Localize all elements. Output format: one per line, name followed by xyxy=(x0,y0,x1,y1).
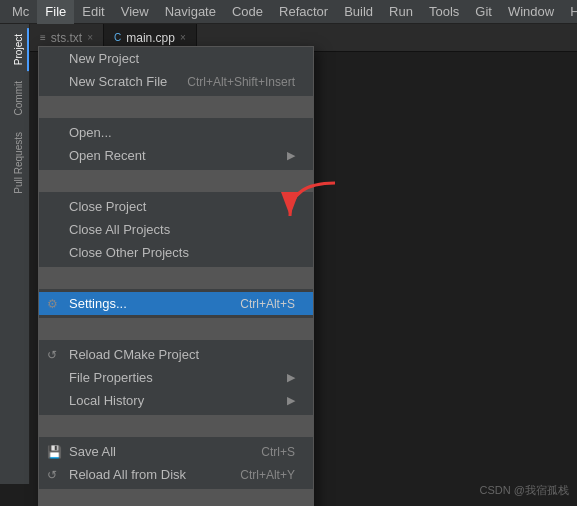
menu-help[interactable]: Help xyxy=(562,0,577,24)
menu-reload-cmake[interactable]: ↺ Reload CMake Project xyxy=(39,343,313,366)
sidebar-tab-project[interactable]: Project xyxy=(1,28,29,71)
separator-4 xyxy=(39,318,313,340)
cpp-icon: C xyxy=(114,32,121,43)
separator-5 xyxy=(39,415,313,437)
menu-settings[interactable]: ⚙ Settings... Ctrl+Alt+S xyxy=(39,292,313,315)
reload-icon: ↺ xyxy=(47,348,57,362)
menu-window[interactable]: Window xyxy=(500,0,562,24)
file-dropdown-menu: New Project New Scratch File Ctrl+Alt+Sh… xyxy=(38,46,314,506)
menu-tools[interactable]: Tools xyxy=(421,0,467,24)
menu-run[interactable]: Run xyxy=(381,0,421,24)
menu-close-project[interactable]: Close Project xyxy=(39,195,313,218)
menu-new-scratch-file[interactable]: New Scratch File Ctrl+Alt+Shift+Insert xyxy=(39,70,313,93)
menu-build[interactable]: Build xyxy=(336,0,381,24)
settings-icon: ⚙ xyxy=(47,297,58,311)
sidebar-tab-pull-requests[interactable]: Pull Requests xyxy=(1,126,29,200)
menu-navigate[interactable]: Navigate xyxy=(157,0,224,24)
separator-3 xyxy=(39,267,313,289)
reload-disk-icon: ↺ xyxy=(47,468,57,482)
menu-new-project[interactable]: New Project xyxy=(39,47,313,70)
separator-2 xyxy=(39,170,313,192)
save-icon: 💾 xyxy=(47,445,62,459)
menu-local-history[interactable]: Local History ▶ xyxy=(39,389,313,412)
tab-label-main: main.cpp xyxy=(126,31,175,45)
menu-git[interactable]: Git xyxy=(467,0,500,24)
menu-refactor[interactable]: Refactor xyxy=(271,0,336,24)
menu-open-recent[interactable]: Open Recent ▶ xyxy=(39,144,313,167)
separator-6 xyxy=(39,489,313,506)
watermark: CSDN @我宿孤栈 xyxy=(480,483,569,498)
menu-code[interactable]: Code xyxy=(224,0,271,24)
menu-bar: Mc File Edit View Navigate Code Refactor… xyxy=(0,0,577,24)
menu-reload-disk[interactable]: ↺ Reload All from Disk Ctrl+Alt+Y xyxy=(39,463,313,486)
menu-save-all[interactable]: 💾 Save All Ctrl+S xyxy=(39,440,313,463)
sidebar: Project Commit Pull Requests xyxy=(0,24,30,484)
sidebar-tab-commit[interactable]: Commit xyxy=(1,75,29,121)
menu-mc[interactable]: Mc xyxy=(4,0,37,24)
menu-file-properties[interactable]: File Properties ▶ xyxy=(39,366,313,389)
menu-close-other-projects[interactable]: Close Other Projects xyxy=(39,241,313,264)
menu-open[interactable]: Open... xyxy=(39,121,313,144)
tab-close-sts[interactable]: × xyxy=(87,32,93,43)
menu-close-all-projects[interactable]: Close All Projects xyxy=(39,218,313,241)
tab-close-main[interactable]: × xyxy=(180,32,186,43)
separator-1 xyxy=(39,96,313,118)
menu-edit[interactable]: Edit xyxy=(74,0,112,24)
txt-icon: ≡ xyxy=(40,32,46,43)
menu-view[interactable]: View xyxy=(113,0,157,24)
tab-label-sts: sts.txt xyxy=(51,31,82,45)
menu-file[interactable]: File xyxy=(37,0,74,24)
